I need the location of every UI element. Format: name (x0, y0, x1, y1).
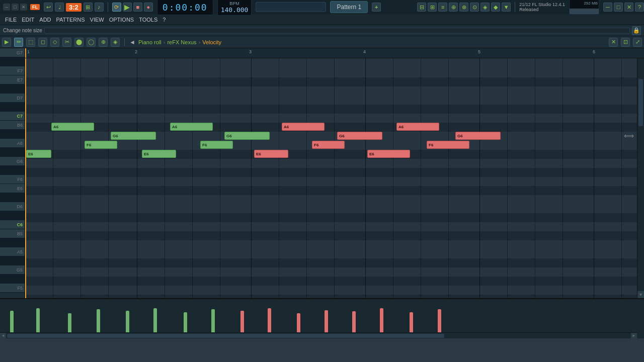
horizontal-scrollbar[interactable]: ◄ ► (0, 332, 637, 338)
piano-key-black-1[interactable] (0, 57, 25, 66)
pattern-selector[interactable]: Pattern 1 (330, 1, 368, 13)
help-btn[interactable]: ? (635, 3, 644, 12)
loop-icon[interactable]: ↩ (44, 3, 53, 12)
loop-play-icon[interactable]: ⟳ (112, 3, 121, 12)
piano-key-G6[interactable]: G6 (0, 157, 25, 166)
maximize-btn[interactable]: □ (12, 4, 19, 11)
note-e6-3[interactable]: E6 (254, 150, 288, 158)
note-f6-4[interactable]: F6 (427, 141, 469, 149)
menu-edit[interactable]: EDIT (20, 16, 36, 24)
resize-handle[interactable]: ⟺ (624, 132, 634, 140)
scroll-right-btn[interactable]: ► (631, 333, 637, 339)
edit-tool-flatten[interactable]: ◈ (111, 38, 120, 47)
close-panel-btn[interactable]: ✕ (609, 38, 618, 47)
piano-key-F7[interactable]: F7 (0, 66, 25, 75)
piano-key-E6[interactable]: E6 (0, 184, 25, 193)
edit-tool-split[interactable]: ✂ (62, 38, 71, 47)
detach-btn[interactable]: ⊡ (621, 38, 630, 47)
mixer-icon-8[interactable]: ◆ (491, 3, 500, 12)
mixer-icon-6[interactable]: ⊙ (470, 3, 479, 12)
mixer-icon-2[interactable]: ⊞ (428, 3, 437, 12)
vertical-scrollbar[interactable]: ▲ ▼ (637, 48, 644, 298)
piano-key-F5[interactable]: F5 (0, 284, 25, 293)
scroll-left-btn[interactable]: ◄ (0, 333, 6, 339)
h-scroll-thumb[interactable] (7, 334, 444, 338)
piano-key-black-21[interactable] (0, 238, 25, 247)
piano-key-black-25[interactable] (0, 275, 25, 284)
piano-key-B5[interactable]: B5 (0, 229, 25, 238)
piano-key-G7[interactable]: G7 (0, 48, 25, 57)
note-a6-4[interactable]: A6 (396, 123, 439, 131)
piano-key-A5[interactable]: A5 (0, 247, 25, 256)
piano-key-C6[interactable]: C6 (0, 220, 25, 229)
minimize-btn[interactable]: ─ (3, 4, 10, 11)
top-maximize-btn[interactable]: □ (614, 3, 623, 12)
mixer-icon-7[interactable]: ◈ (480, 3, 490, 12)
metronome-icon[interactable]: ♩ (55, 3, 64, 12)
resize-btn[interactable]: ⤢ (633, 38, 642, 47)
piano-key-E7[interactable]: E7 (0, 75, 25, 84)
menu-tools[interactable]: TOOLS (137, 16, 159, 24)
snap-arrow-left[interactable]: ◄ (129, 39, 135, 46)
menu-view[interactable]: VIEW (88, 16, 106, 24)
edit-tool-glue[interactable]: ⬤ (74, 38, 84, 47)
note-grid[interactable]: E6 A6 F6 G6 E6 A6 F6 G6 E6 A6 F6 G6 (25, 58, 644, 298)
snap-icon[interactable]: ⊞ (84, 3, 93, 12)
piano-key-D6[interactable]: D6 (0, 202, 25, 211)
note-f6-1[interactable]: F6 (85, 141, 117, 149)
piano-keys[interactable]: G7F7E7D7C7B6A6G6F6E6D6C6B5A5G5F5 (0, 48, 25, 298)
note-e6-2[interactable]: E6 (142, 150, 176, 158)
record-btn[interactable]: ● (144, 3, 153, 12)
piano-key-black-11[interactable] (0, 148, 25, 157)
play-toolbar-icon[interactable]: ▶ (2, 38, 11, 47)
note-g6-3[interactable]: G6 (337, 132, 382, 140)
note-a6-1[interactable]: A6 (51, 123, 94, 131)
menu-patterns[interactable]: PATTERNS (54, 16, 87, 24)
scroll-down-btn[interactable]: ▼ (637, 291, 644, 298)
piano-key-black-4[interactable] (0, 84, 25, 94)
note-g6-4[interactable]: G6 (455, 132, 501, 140)
stop-btn[interactable]: ■ (133, 3, 142, 12)
piano-key-A6[interactable]: A6 (0, 139, 25, 148)
bpm-display[interactable]: BPM 140.000 (217, 0, 252, 16)
piano-key-C7[interactable]: C7 (0, 112, 25, 121)
note-a6-3[interactable]: A6 (282, 123, 325, 131)
edit-tool-mute[interactable]: ◯ (87, 38, 96, 47)
menu-add[interactable]: ADD (37, 16, 53, 24)
mixer-icon-4[interactable]: ⊕ (449, 3, 458, 12)
note-e6-1[interactable]: E6 (26, 150, 51, 158)
edit-tool-detuning[interactable]: ◇ (50, 38, 59, 47)
mixer-icon-3[interactable]: ≡ (438, 3, 447, 12)
note-g6-2[interactable]: G6 (224, 132, 270, 140)
piano-key-black-6[interactable] (0, 103, 25, 112)
play-btn[interactable]: ▶ (123, 3, 132, 12)
note-f6-2[interactable]: F6 (200, 141, 233, 149)
edit-tool-pencil[interactable]: ✏ (14, 38, 23, 47)
piano-key-B6[interactable]: B6 (0, 121, 25, 130)
note-g6-1[interactable]: G6 (111, 132, 156, 140)
add-pattern-icon[interactable]: + (372, 3, 381, 12)
mixer-icon-9[interactable]: ▼ (502, 3, 511, 12)
piano-key-black-18[interactable] (0, 211, 25, 220)
piano-key-black-9[interactable] (0, 130, 25, 139)
mixer-icon-1[interactable]: ⊟ (417, 3, 426, 12)
mixer-icon-5[interactable]: ⊗ (459, 3, 468, 12)
edit-tool-erase[interactable]: ◻ (38, 38, 47, 47)
note-a6-2[interactable]: A6 (170, 123, 213, 131)
menu-help[interactable]: ? (160, 16, 168, 24)
edit-tool-select[interactable]: ⬚ (26, 38, 35, 47)
scroll-thumb[interactable] (638, 79, 643, 126)
note-size-lock[interactable]: 🔒 (632, 26, 641, 35)
note-f6-3[interactable]: F6 (312, 141, 345, 149)
piano-key-D7[interactable]: D7 (0, 94, 25, 103)
menu-file[interactable]: FILE (3, 16, 19, 24)
piano-key-F6[interactable]: F6 (0, 175, 25, 184)
top-minimize-btn[interactable]: ─ (603, 3, 612, 12)
menu-options[interactable]: OPTIONS (107, 16, 136, 24)
note-e6-4[interactable]: E6 (367, 150, 410, 158)
top-close-btn[interactable]: ✕ (624, 3, 633, 12)
piano-key-black-13[interactable] (0, 166, 25, 175)
piano-key-G5[interactable]: G5 (0, 265, 25, 275)
close-btn[interactable]: ✕ (20, 4, 27, 11)
piano-key-black-16[interactable] (0, 193, 25, 202)
